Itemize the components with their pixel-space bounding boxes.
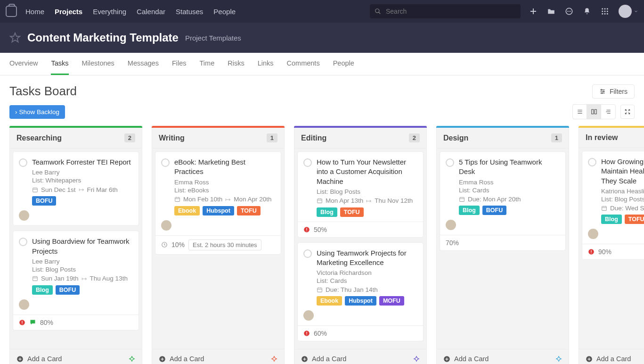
view-board-button[interactable] [587,105,601,119]
task-card[interactable]: Teamwork Forrester TEI ReportLee BarryLi… [13,151,139,226]
add-card-button[interactable]: Add a Card [159,355,204,363]
tag[interactable]: Blog [601,215,622,224]
tag[interactable]: Blog [459,206,480,215]
filters-button[interactable]: Filters [592,84,635,99]
trigger-icon[interactable] [413,356,420,362]
trigger-icon[interactable] [129,356,135,362]
filters-label: Filters [610,88,628,95]
bell-icon[interactable] [583,7,591,16]
task-card[interactable]: How Growing Agencies Maintain Healthy Ma… [582,151,644,260]
task-card[interactable]: How to Turn Your Newsletter into a Custo… [297,151,424,238]
apps-icon[interactable] [601,7,609,16]
tag[interactable]: TOFU [237,206,261,215]
chat-icon[interactable] [565,7,573,16]
tag[interactable]: Ebook [174,206,200,215]
tab-tasks[interactable]: Tasks [51,53,68,75]
expand-button[interactable] [620,105,635,119]
tag[interactable]: Hubspot [345,296,376,306]
app-logo[interactable] [6,6,17,17]
column-header[interactable]: Writing1 [152,128,285,149]
column-name: Editing [301,134,326,142]
nav-everything[interactable]: Everything [93,8,126,16]
column-header[interactable]: In review [579,128,644,148]
trigger-icon[interactable] [271,356,277,362]
nav-home[interactable]: Home [25,8,44,16]
card-dates: Mon Feb 10th↦Mon Apr 20th [174,196,275,203]
complete-checkbox[interactable] [303,158,312,167]
tag[interactable]: BOFU [482,206,506,215]
tab-risks[interactable]: Risks [228,53,244,75]
tag[interactable]: BOFU [56,285,80,295]
complete-checkbox[interactable] [19,238,27,246]
assignee-avatar[interactable] [19,299,29,310]
tag[interactable]: Hubspot [203,206,234,215]
column-header[interactable]: Researching2 [9,128,142,149]
card-avatar-row [13,299,139,314]
tab-people[interactable]: People [333,53,354,75]
comment-icon[interactable] [29,319,36,326]
task-card[interactable]: eBook: Marketing Best PracticesEmma Ross… [155,151,281,255]
svg-point-9 [602,11,603,12]
search-box[interactable] [370,4,521,18]
task-card[interactable]: 5 Tips for Using Teamwork DeskEmma RossL… [440,151,566,251]
nav-calendar[interactable]: Calendar [137,8,165,16]
tag[interactable]: Blog [32,285,53,295]
card-footer: 80% [13,314,139,330]
tag[interactable]: Blog [317,207,337,217]
complete-checkbox[interactable] [161,158,170,167]
nav-people[interactable]: People [213,8,236,16]
clock-icon [161,241,168,248]
tag[interactable]: Ebook [317,296,342,306]
search-input[interactable] [385,7,516,16]
tag[interactable]: TOFU [625,215,644,224]
assignee-avatar[interactable] [303,310,314,321]
assignee-avatar[interactable] [19,210,29,221]
add-card-button[interactable]: Add a Card [16,355,62,363]
complete-checkbox[interactable] [588,158,596,166]
tab-overview[interactable]: Overview [9,53,38,75]
card-footer: 10%Est. 2 hours 30 minutes [155,235,281,254]
show-backlog-button[interactable]: › Show Backlog [9,105,65,119]
tab-links[interactable]: Links [258,53,274,75]
card-dates: Due: Mon Apr 20th [459,196,560,203]
complete-checkbox[interactable] [446,158,454,167]
card-tags: BlogBOFU [459,206,560,215]
view-compact-button[interactable] [601,105,615,119]
add-card-button[interactable]: Add a Card [443,355,489,363]
add-icon[interactable] [529,7,538,16]
assignee-avatar[interactable] [446,220,456,230]
view-list-button[interactable] [573,105,587,119]
nav-statuses[interactable]: Statuses [176,8,203,16]
nav-links: HomeProjectsEverythingCalendarStatusesPe… [25,8,236,16]
tab-time[interactable]: Time [200,53,215,75]
assignee-avatar[interactable] [161,220,171,231]
tab-milestones[interactable]: Milestones [82,53,114,75]
assignee-avatar[interactable] [588,229,598,239]
tag[interactable]: BOFU [32,196,56,206]
plus-circle-icon [159,356,166,363]
task-card[interactable]: Using Boardview for Teamwork ProjectsLee… [13,231,139,331]
column-header[interactable]: Editing2 [294,128,427,149]
folder-icon[interactable] [547,7,555,16]
user-menu[interactable] [619,5,638,18]
svg-point-14 [607,13,608,15]
complete-checkbox[interactable] [19,158,27,167]
chevron-down-icon [634,9,638,14]
add-card-button[interactable]: Add a Card [586,355,631,363]
nav-projects[interactable]: Projects [55,8,82,16]
tab-comments[interactable]: Comments [287,53,320,75]
task-card[interactable]: Using Teamwork Projects for Marketing Ex… [297,242,424,342]
tab-files[interactable]: Files [172,53,187,75]
column-name: Researching [16,134,62,142]
tag[interactable]: MOFU [379,296,404,306]
tag[interactable]: TOFU [340,207,364,217]
trigger-icon[interactable] [555,356,562,362]
add-card-button[interactable]: Add a Card [301,355,346,363]
project-subtitle[interactable]: Project Templates [185,34,241,42]
tab-messages[interactable]: Messages [128,53,159,75]
card-tags: BlogTOFU [317,207,417,217]
star-icon[interactable] [9,32,21,43]
plus-circle-icon [16,356,24,363]
complete-checkbox[interactable] [303,249,312,258]
column-header[interactable]: Design1 [436,128,569,149]
